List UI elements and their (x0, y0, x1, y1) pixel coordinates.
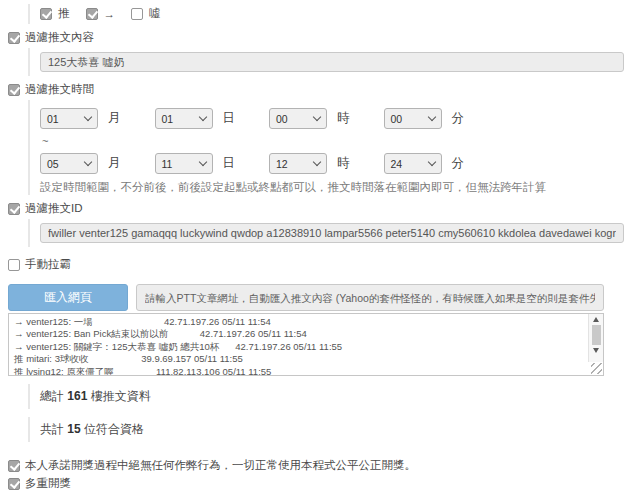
filter-content-section: 過濾推文內容 (8, 30, 632, 76)
comments-text: → venter125: 一場 42.71.197.26 05/11 11:54… (9, 314, 603, 375)
filter-time-label: 過濾推文時間 (25, 82, 94, 97)
chevron-down-icon (313, 113, 321, 121)
scroll-up-icon[interactable] (593, 317, 599, 322)
filter-id-section: 過濾推文ID (8, 201, 632, 247)
manual-mode-label: 手動拉霸 (25, 257, 71, 272)
qualified-line-wrap: 共計 15 位符合資格 (8, 417, 632, 442)
time-range-tilde: ~ (42, 135, 632, 147)
resize-grip-icon[interactable] (591, 363, 602, 374)
chevron-down-icon (84, 113, 92, 121)
scrollbar[interactable] (588, 314, 603, 362)
end-month-select[interactable]: 05 (40, 153, 98, 174)
filter-content-input[interactable] (40, 52, 624, 72)
pledge-checkbox[interactable] (8, 460, 20, 472)
chevron-down-icon (427, 158, 435, 166)
start-month-select[interactable]: 01 (40, 108, 98, 129)
arrow-label: → (104, 8, 116, 20)
filter-id-checkbox[interactable] (8, 203, 20, 215)
chevron-down-icon (84, 158, 92, 166)
start-minute-select[interactable]: 00 (384, 108, 442, 129)
manual-mode-checkbox[interactable] (8, 259, 20, 271)
article-url-input[interactable] (136, 284, 604, 311)
pledge-label: 本人承諾開獎過程中絕無任何作弊行為，一切正常使用本程式公平公正開獎。 (25, 458, 416, 473)
hour-unit: 時 (337, 155, 350, 172)
multi-draw-checkbox[interactable] (8, 478, 20, 490)
filter-time-checkbox[interactable] (8, 84, 20, 96)
chevron-down-icon (198, 158, 206, 166)
end-hour-select[interactable]: 12 (269, 153, 327, 174)
total-comments-line-wrap: 總計 161 樓推文資料 (8, 384, 632, 409)
minute-unit: 分 (452, 110, 465, 127)
month-unit: 月 (108, 155, 121, 172)
push-checkbox[interactable] (40, 8, 52, 20)
chevron-down-icon (313, 158, 321, 166)
chevron-down-icon (427, 113, 435, 121)
import-section: 匯入網頁 → venter125: 一場 42.71.197.26 05/11 … (8, 284, 632, 376)
import-page-button[interactable]: 匯入網頁 (8, 284, 128, 311)
hour-unit: 時 (337, 110, 350, 127)
month-unit: 月 (108, 110, 121, 127)
arrow-checkbox[interactable] (86, 8, 98, 20)
time-start-row: 01 月 01 日 00 時 00 分 (40, 108, 632, 129)
manual-mode-section: 手動拉霸 (8, 257, 632, 272)
boo-checkbox[interactable] (131, 8, 143, 20)
pledge-section: 本人承諾開獎過程中絕無任何作弊行為，一切正常使用本程式公平公正開獎。 多重開獎 … (8, 458, 632, 494)
boo-label: 噓 (149, 6, 161, 21)
day-unit: 日 (223, 110, 236, 127)
filter-id-label: 過濾推文ID (25, 201, 83, 216)
total-comments-line: 總計 161 樓推文資料 (40, 384, 632, 409)
start-hour-select[interactable]: 00 (269, 108, 327, 129)
push-type-row: 推 → 噓 (40, 4, 632, 24)
start-day-select[interactable]: 01 (155, 108, 213, 129)
day-unit: 日 (223, 155, 236, 172)
multi-draw-label: 多重開獎 (25, 476, 71, 491)
filter-time-section: 過濾推文時間 01 月 01 日 00 時 00 分 ~ 05 (8, 82, 632, 195)
scroll-down-icon[interactable] (593, 348, 599, 353)
end-day-select[interactable]: 11 (155, 153, 213, 174)
filter-content-label: 過濾推文內容 (25, 30, 94, 45)
push-label: 推 (58, 6, 70, 21)
filter-id-input[interactable] (40, 223, 624, 243)
comments-textarea[interactable]: → venter125: 一場 42.71.197.26 05/11 11:54… (8, 313, 604, 376)
qualified-count: 15 (67, 422, 80, 436)
scrollbar-thumb[interactable] (592, 325, 601, 345)
push-type-section: 推 → 噓 (8, 4, 632, 24)
end-minute-select[interactable]: 24 (384, 153, 442, 174)
time-end-row: 05 月 11 日 12 時 24 分 (40, 153, 632, 174)
minute-unit: 分 (452, 155, 465, 172)
time-range-hint: 設定時間範圍，不分前後，前後設定起點或終點都可以，推文時間落在範圍內即可，但無法… (40, 180, 632, 195)
qualified-count-line: 共計 15 位符合資格 (40, 417, 632, 442)
total-comments-count: 161 (67, 389, 87, 403)
chevron-down-icon (198, 113, 206, 121)
filter-content-checkbox[interactable] (8, 32, 20, 44)
